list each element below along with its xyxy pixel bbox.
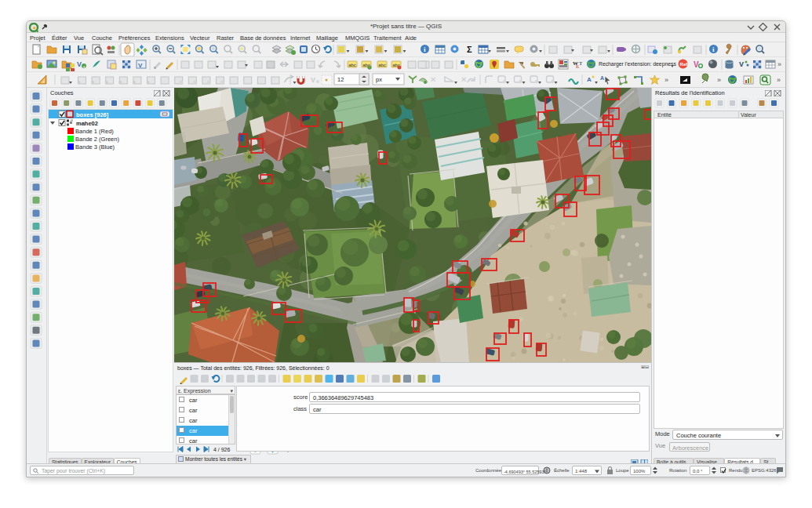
svg-text:+: + — [83, 64, 86, 69]
svg-text:V: V — [694, 60, 699, 69]
svg-text:V: V — [311, 76, 315, 84]
svg-text:Ref: Ref — [680, 62, 689, 67]
svg-text:A: A — [600, 75, 604, 81]
svg-text:px: px — [376, 76, 382, 83]
svg-text:✕: ✕ — [430, 75, 436, 84]
svg-text:»: » — [717, 76, 721, 84]
svg-text:V: V — [739, 60, 744, 68]
svg-text:12: 12 — [337, 76, 344, 83]
svg-text:»: » — [665, 76, 668, 84]
svg-text:abc: abc — [348, 63, 356, 67]
svg-text:T: T — [579, 60, 583, 67]
svg-text:V: V — [77, 60, 82, 68]
svg-text:V: V — [138, 62, 143, 69]
svg-text:✕: ✕ — [461, 75, 467, 84]
svg-text:4 / 926: 4 / 926 — [213, 447, 231, 452]
svg-text:»: » — [777, 76, 781, 84]
svg-text:»: » — [777, 60, 781, 68]
svg-text:A: A — [587, 76, 592, 83]
svg-text:abc: abc — [378, 63, 386, 67]
svg-text:Σ: Σ — [467, 45, 472, 54]
svg-text:Recharger l'extension: deepnes: Recharger l'extension: deepness — [599, 61, 676, 67]
